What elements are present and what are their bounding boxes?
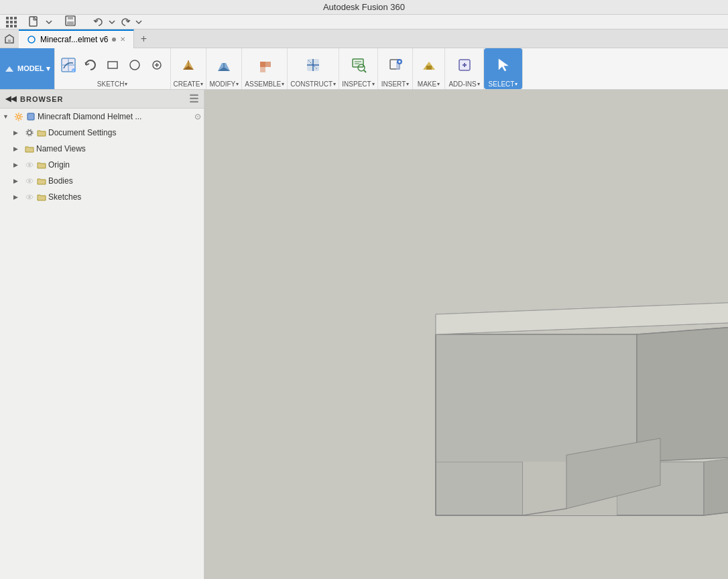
make-tool-button[interactable] (418, 54, 440, 76)
assemble-tool-button[interactable] (254, 54, 276, 76)
expand-sketches-icon: ▶ (13, 194, 23, 200)
model-mode-button[interactable]: MODEL ▾ (0, 48, 55, 89)
sketch-tool-button[interactable]: + (58, 54, 79, 76)
svg-rect-20 (108, 62, 117, 68)
make-group-label: MAKE ▾ (418, 80, 440, 88)
dropdown-arrow-icon (44, 17, 54, 27)
create-group: CREATE ▾ (171, 48, 207, 89)
origin-label: Origin (48, 160, 201, 170)
svg-rect-11 (68, 16, 73, 19)
file-menu-icons[interactable] (28, 16, 54, 28)
inspect-tool-button[interactable] (348, 54, 369, 76)
tab-unsaved-dot (112, 38, 116, 42)
toolbar: MODEL ▾ + (0, 48, 728, 90)
namedviews-folder-icon (24, 143, 35, 154)
tree-item-root[interactable]: ▼ 🔆 Minecraft Diamond Helmet ... ⊙ (0, 109, 204, 125)
app-title: Autodesk Fusion 360 (323, 2, 405, 12)
browser-collapse-icon[interactable]: ◀◀ (5, 94, 16, 103)
sketch-circle-button[interactable] (124, 54, 145, 76)
file-icon (28, 16, 40, 28)
tab-home-icon[interactable] (0, 29, 19, 48)
undo-icon (93, 16, 105, 28)
svg-rect-2 (14, 17, 17, 19)
tab-doc-icon (27, 35, 36, 44)
browser-label: BROWSER (20, 95, 63, 103)
sketches-label: Sketches (48, 192, 201, 202)
root-visibility-icon: 🔆 (13, 111, 24, 122)
svg-rect-0 (6, 17, 9, 19)
sketch-rect-button[interactable] (102, 54, 123, 76)
new-tab-button[interactable]: + (134, 29, 153, 48)
svg-point-42 (27, 131, 32, 135)
3d-model (204, 90, 728, 579)
construct-tool-button[interactable] (302, 54, 324, 76)
bodies-folder-icon (36, 176, 47, 186)
root-label: Minecraft Diamond Helmet ... (38, 112, 193, 121)
tab-label: Minecraf...elmet v6 (40, 35, 108, 44)
undo-dropdown-icon (107, 17, 117, 27)
svg-point-47 (28, 180, 31, 182)
docsettings-label: Document Settings (48, 128, 201, 137)
svg-rect-3 (6, 21, 9, 23)
expand-root-icon: ▼ (3, 113, 12, 120)
sketch-undo-button[interactable] (80, 54, 101, 76)
sketch-group-label: SKETCH ▾ (97, 80, 128, 88)
save-icon-btn[interactable] (64, 15, 76, 29)
tab-bar: Minecraf...elmet v6 ✕ + (0, 29, 728, 48)
namedviews-label: Named Views (36, 144, 201, 153)
construct-group-label: CONSTRUCT ▾ (290, 80, 336, 88)
tab-close-button[interactable]: ✕ (120, 36, 125, 43)
active-tab[interactable]: Minecraf...elmet v6 ✕ (19, 29, 134, 48)
make-group: MAKE ▾ (413, 48, 445, 89)
expand-bodies-icon: ▶ (13, 178, 23, 184)
expand-namedviews-icon: ▶ (13, 145, 23, 152)
viewport[interactable] (204, 90, 728, 579)
inspect-group-label: INSPECT ▾ (342, 80, 374, 88)
svg-rect-13 (8, 40, 11, 43)
insert-group-label: INSERT ▾ (381, 80, 410, 88)
addins-tool-button[interactable] (454, 54, 475, 76)
sketches-eye-icon (24, 192, 35, 202)
tree-item-named-views[interactable]: ▶ Named Views (0, 141, 204, 157)
svg-point-14 (28, 36, 35, 43)
select-tool-button[interactable] (493, 54, 514, 76)
origin-eye-icon (24, 159, 35, 170)
tree-item-sketches[interactable]: ▶ Sketches (0, 189, 204, 205)
undo-redo-group[interactable] (93, 16, 143, 28)
tree-item-bodies[interactable]: ▶ Bodies (0, 173, 204, 189)
select-group-label: SELECT ▾ (489, 80, 518, 88)
svg-rect-39 (426, 66, 432, 70)
sketches-folder-icon (36, 192, 47, 202)
tree-item-origin[interactable]: ▶ Origin (0, 157, 204, 173)
modify-tool-button[interactable] (213, 54, 235, 76)
sidebar: ◀◀ BROWSER ☰ ▼ 🔆 Minecraft Diamond Helme… (0, 90, 204, 579)
settings-icon (24, 127, 35, 138)
tree-item-document-settings[interactable]: ▶ Document Settings (0, 125, 204, 141)
svg-point-45 (28, 164, 31, 166)
browser-action-icon[interactable]: ☰ (189, 92, 198, 105)
insert-tool-button[interactable] (385, 54, 406, 76)
svg-rect-5 (14, 21, 17, 23)
modify-group: MODIFY ▾ (206, 48, 242, 89)
construct-group: CONSTRUCT ▾ (288, 48, 339, 89)
bodies-label: Bodies (48, 176, 201, 186)
root-options-icon[interactable]: ⊙ (194, 112, 201, 121)
create-tool-button[interactable] (178, 54, 199, 76)
svg-rect-6 (6, 25, 9, 27)
svg-point-49 (28, 196, 31, 198)
insert-group: INSERT ▾ (378, 48, 413, 89)
origin-folder-icon (36, 159, 47, 170)
redo-dropdown-icon (134, 17, 143, 27)
svg-rect-1 (10, 17, 13, 19)
title-bar: Autodesk Fusion 360 (0, 0, 728, 15)
expand-docsettings-icon: ▶ (13, 129, 23, 136)
docsettings-folder-icon (36, 127, 47, 138)
expand-origin-icon: ▶ (13, 162, 23, 168)
app-menu-icons[interactable] (5, 16, 17, 28)
sketch-add-button[interactable] (146, 54, 168, 76)
svg-marker-83 (436, 334, 637, 462)
model-label: MODEL ▾ (17, 64, 50, 73)
inspect-group: INSPECT ▾ (339, 48, 378, 89)
redo-icon (119, 16, 131, 28)
sketch-group: + (55, 48, 171, 89)
